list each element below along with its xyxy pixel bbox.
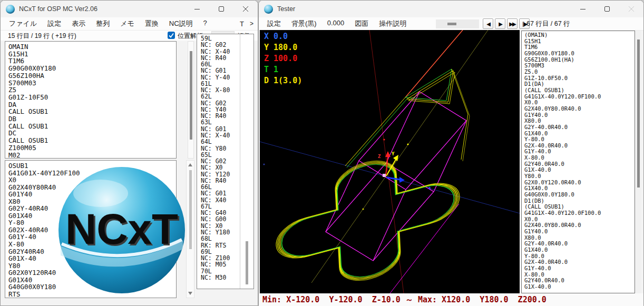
code-line: G41G1X-40.0Y120.0F100.0 [524, 210, 635, 216]
simulation-line-status: 67 行目 / 67 行 [526, 19, 570, 28]
position-readout-line: Z100.0 [264, 53, 302, 64]
close-icon [243, 6, 248, 12]
code-line: G2X40.0Y80.0R40.0 [524, 106, 635, 112]
menu-item[interactable]: 設定 [262, 17, 286, 30]
menu-item[interactable]: ? [198, 17, 212, 30]
playback-button[interactable]: ▶▶ [507, 18, 518, 29]
code-line: DB [8, 115, 173, 123]
close-button[interactable] [233, 1, 258, 17]
scrollbar-thumb[interactable] [190, 51, 192, 140]
code-line: DC [8, 130, 173, 137]
main-program-editor[interactable]: OMAING15H1T1M6G90G00X0Y180G56Z100HAS700M… [5, 41, 177, 159]
menu-item[interactable]: 図面 [349, 17, 374, 30]
scrollbar-thumb[interactable] [189, 170, 192, 249]
app-icon [6, 5, 15, 14]
position-readout-line: D1(3.0) [264, 75, 302, 86]
sub-editor-scrollbar[interactable] [186, 160, 194, 298]
code-line: G15H1 [8, 51, 173, 58]
code-listing-scrollbar[interactable] [636, 31, 641, 293]
window-ncxt-editor: NCxT for OSP MC Ver2.06 ファイル設定表示整列メモ置換NC… [0, 0, 258, 306]
code-line: G1X-40.0 [524, 284, 635, 290]
maximize-button[interactable] [595, 1, 619, 17]
code-line: M02 [8, 152, 173, 159]
code-line: G01Z-10F50 [8, 94, 173, 101]
scrollbar-thumb[interactable] [637, 40, 640, 187]
scrollbar-thumb[interactable] [246, 241, 248, 284]
code-line: Y80.0 [524, 173, 635, 180]
code-line: OMAIN [8, 43, 173, 51]
menu-item[interactable]: 表示 [66, 17, 91, 30]
scroll-down-icon[interactable] [188, 292, 192, 295]
analysis-list-scrollbar[interactable] [240, 34, 253, 289]
logo-text: NCxT [65, 205, 178, 253]
minimize-button[interactable] [185, 1, 209, 17]
toolbar-overflow-label[interactable]: T [240, 20, 244, 28]
minimize-icon [194, 9, 200, 9]
code-line: G40G0X0.0Y180.0 [524, 192, 635, 198]
logo-highlight [73, 180, 128, 207]
menu-bar: 設定背景(黒)0.000図面操作説明 ◀▶▶▶∥▶ 67 行目 / 67 行 [259, 17, 643, 31]
maximize-icon [219, 6, 224, 12]
window-title: NCxT for OSP MC Ver2.06 [19, 5, 97, 13]
close-button[interactable] [619, 1, 643, 17]
menu-item[interactable]: 設定 [42, 17, 66, 30]
menu-item[interactable]: NC説明 [164, 17, 198, 30]
code-line: DA [8, 101, 173, 108]
code-line: G41G1X-40.0Y120.0F100.0 [524, 94, 635, 100]
code-line: (OMAIN) [524, 32, 635, 38]
clover-toolpath [273, 138, 462, 293]
menu-bar: ファイル設定表示整列メモ置換NC説明? T > [1, 17, 258, 31]
main-editor-scrollbar[interactable] [188, 41, 194, 159]
position-readout-line: Y180.0 [264, 42, 302, 53]
code-line: CALL OSUB1 [8, 108, 173, 115]
code-line: S700M03 [8, 80, 173, 87]
menu-item[interactable]: 0.000 [322, 17, 350, 30]
z-axis-arrowhead [385, 151, 391, 157]
maximize-button[interactable] [209, 1, 233, 17]
code-line: G15H1 [524, 38, 635, 45]
app-icon [264, 5, 273, 14]
code-line: G1X40.0 [524, 247, 635, 253]
chevron-right-icon[interactable]: > [250, 20, 253, 27]
close-icon [629, 6, 634, 12]
code-line: T1M6 [8, 57, 173, 65]
code-line: G2Y-40.0R40.0 [524, 124, 635, 131]
minimize-icon [580, 9, 586, 9]
slider-thumb[interactable] [447, 23, 456, 25]
simulation-3d-viewport[interactable]: Z Y X0.0Y180.0Z100.0T1D1(3.0) Max X50.0 … [260, 30, 520, 293]
titlebar[interactable]: Tester [259, 1, 643, 17]
position-analysis-checkbox[interactable] [168, 32, 175, 39]
word-analysis-list[interactable]: 59LNC: G02NC: X-40NC: R4060LNC: G01NC: Y… [197, 34, 254, 289]
menu-item[interactable]: 整列 [91, 17, 115, 30]
origin-marker [383, 174, 386, 177]
status-bar: Min: X-120.0 Y-120.0 Z-10.0 ～ Max: X120.… [259, 293, 643, 306]
maximize-icon [604, 6, 610, 12]
menu-item[interactable]: 背景(黒) [286, 17, 322, 30]
code-line: Z5 [8, 86, 173, 94]
ncxt-logo: NCxT NCxT [57, 166, 186, 294]
position-readout-line: X0.0 [264, 31, 302, 42]
x-axis-arrowhead [399, 177, 405, 183]
check-icon [168, 32, 174, 38]
code-line: S700M3 [524, 63, 635, 69]
menu-item[interactable]: 置換 [140, 17, 164, 30]
code-line: Z100M05 [8, 144, 173, 152]
code-line: (CALL OSUB1) [524, 87, 635, 94]
minimize-button[interactable] [571, 1, 595, 17]
window-title: Tester [277, 5, 295, 13]
scroll-up-icon[interactable] [188, 163, 192, 166]
position-readout: X0.0Y180.0Z100.0T1D1(3.0) [264, 31, 302, 86]
window-tester-simulator: Tester 設定背景(黒)0.000図面操作説明 ◀▶▶▶∥▶ 67 行目 /… [258, 0, 644, 306]
playback-button[interactable]: ◀ [483, 18, 493, 29]
menu-item[interactable]: メモ [115, 17, 140, 30]
machining-range-status: Min: X-120.0 Y-120.0 Z-10.0 ～ Max: X120.… [262, 295, 547, 305]
code-line: G1Y40.0 [524, 229, 635, 235]
nc-code-listing[interactable]: (OMAIN)G15H1T1M6G90G0X0.0Y180.0G56Z100.0… [521, 31, 635, 293]
titlebar[interactable]: NCxT for OSP MC Ver2.06 [1, 1, 258, 17]
path-extent-readout: Max X50.0 Y50.0 Z50.0 Min X-50.0 Y-50.0 … [263, 274, 366, 293]
menu-item[interactable]: ファイル [4, 17, 42, 30]
rapid-move-line [405, 30, 463, 97]
playback-button[interactable]: ▶ [495, 18, 505, 29]
menu-item[interactable]: 操作説明 [374, 17, 412, 30]
speed-slider[interactable] [436, 19, 479, 28]
